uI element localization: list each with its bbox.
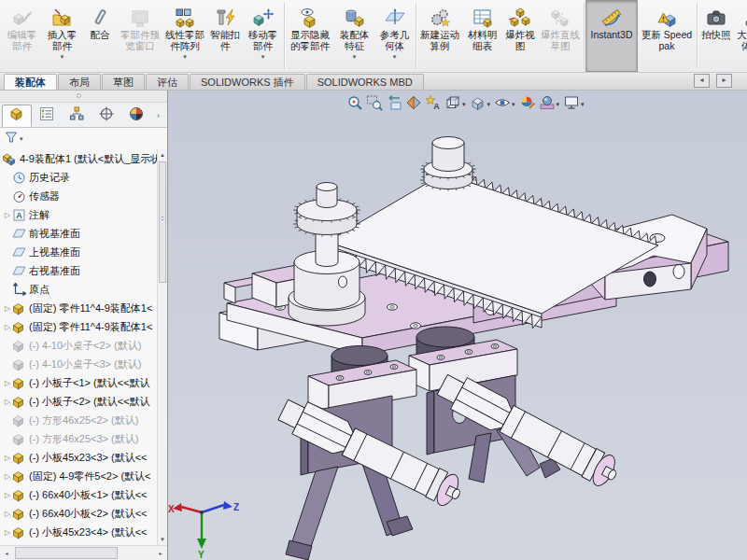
manager-tabs: ›	[0, 103, 167, 128]
panel-splitter-handle[interactable]	[0, 91, 167, 103]
tree-item[interactable]: (-) 方形46x25<3> (默认)	[0, 429, 157, 448]
tree-item[interactable]: ▷A注解	[0, 205, 157, 224]
tree-item[interactable]: (-) 4-10小桌子<2> (默认)	[0, 336, 157, 355]
manager-tab-displaymanager[interactable]	[121, 105, 151, 127]
ribbon-button-instant3d[interactable]: Instant3D	[585, 0, 638, 72]
tree-item[interactable]: ▷(-) 小板子<1> (默认<<默认	[0, 373, 157, 392]
move-component-icon	[252, 5, 275, 30]
ribbon-button-component-preview[interactable]: 零部件预览窗口	[118, 0, 162, 72]
ribbon-button-insert-component[interactable]: 插入零部件▾	[42, 0, 82, 72]
svg-text:X: X	[168, 504, 175, 514]
tree-item[interactable]: ▷(-) 小板45x23<3> (默认<<	[0, 448, 157, 467]
tree-item[interactable]: 历史记录	[0, 168, 157, 187]
ribbon-button-exploded-view[interactable]: 爆炸视图	[502, 0, 538, 72]
expand-arrow-icon[interactable]: ▷	[3, 472, 12, 481]
scroll-left-icon[interactable]: ◂	[0, 550, 13, 556]
expand-arrow-icon[interactable]: ▷	[3, 379, 12, 387]
headsup-section-view-button[interactable]	[404, 93, 423, 116]
part-icon	[12, 488, 28, 502]
vertical-scroll-thumb[interactable]	[159, 161, 166, 283]
tree-item[interactable]: 原点	[0, 280, 157, 299]
ribbon-button-show-hidden-components[interactable]: 显示隐藏的零部件	[286, 0, 334, 72]
expand-arrow-icon[interactable]: ▷	[3, 304, 12, 313]
headsup-apply-scene-button[interactable]: ▾	[538, 93, 562, 116]
scroll-down-icon[interactable]: ▼	[158, 534, 167, 545]
expand-arrow-icon[interactable]: ▷	[3, 211, 12, 219]
origin-icon	[12, 283, 28, 297]
command-tab-布局[interactable]: 布局	[58, 74, 101, 90]
tree-item[interactable]: ▷(-) 66x40小板<2> (默认<<	[0, 504, 157, 523]
expand-arrow-icon[interactable]: ▷	[3, 510, 12, 518]
expand-arrow-icon[interactable]: ▷	[3, 491, 12, 499]
tree-item[interactable]: 传感器	[0, 187, 157, 205]
tree-item[interactable]: (-) 方形46x25<2> (默认)	[0, 411, 157, 429]
headsup-view-orientation-button[interactable]: ▾	[444, 93, 468, 116]
command-tab-草图[interactable]: 草图	[102, 74, 145, 90]
tree-item[interactable]: 右视基准面	[0, 261, 157, 280]
tree-item[interactable]: 前视基准面	[0, 224, 157, 243]
tree-item[interactable]: 上视基准面	[0, 243, 157, 261]
tree-vertical-scrollbar[interactable]: ▲ ▼	[157, 149, 167, 545]
graphics-viewport[interactable]: A▾▾▾▾▾	[168, 91, 747, 560]
tree-item[interactable]: ▷(固定) 4-9零件5<2> (默认<	[0, 467, 157, 485]
headsup-edit-appearance-button[interactable]	[518, 93, 537, 116]
previous-view-icon	[386, 94, 402, 115]
tree-horizontal-scrollbar[interactable]: ◂ ▸	[0, 545, 167, 560]
ribbon-button-take-snapshot[interactable]: 拍快照	[698, 0, 734, 72]
headsup-zoom-to-fit-button[interactable]	[345, 93, 364, 116]
ribbon-scroll-left-button[interactable]: ◂	[694, 74, 710, 88]
mate-icon	[89, 5, 111, 30]
tree-item[interactable]: ▷(固定) 零件11^4-9装配体1<	[0, 317, 157, 336]
expand-arrow-icon[interactable]: ▷	[3, 398, 12, 406]
headsup-previous-view-button[interactable]	[385, 93, 403, 116]
ribbon-button-move-component[interactable]: 移动零部件▾	[243, 0, 283, 72]
manager-tab-dimxpertmanager[interactable]	[92, 105, 121, 127]
ribbon-scroll-right-button[interactable]: ▸	[716, 74, 732, 88]
tree-item-label: (固定) 零件11^4-9装配体1<	[29, 301, 152, 315]
feature-tree: 4-9装配体1 (默认<默认_显示状历史记录传感器▷A注解前视基准面上视基准面右…	[0, 149, 157, 545]
ribbon-button-smart-fasteners[interactable]: 智能扣件	[207, 0, 243, 72]
ribbon-button-label: 爆炸视图	[503, 30, 537, 52]
expand-arrow-icon[interactable]: ▷	[3, 528, 12, 537]
headsup-dynamic-annotation-views-button[interactable]: A	[424, 93, 443, 116]
ribbon-button-mate[interactable]: 配合	[82, 0, 118, 72]
command-tab-SOLIDWORKS-插件[interactable]: SOLIDWORKS 插件	[190, 74, 305, 90]
ribbon-button-explode-line-sketch[interactable]: 爆炸直线草图	[538, 0, 583, 72]
hide-show-items-icon	[494, 94, 511, 115]
command-tab-SOLIDWORKS-MBD[interactable]: SOLIDWORKS MBD	[306, 74, 424, 90]
update-speedpak-icon	[655, 5, 678, 30]
ribbon-button-new-motion-study[interactable]: 新建运动算例	[417, 0, 462, 72]
assembly-model[interactable]: X Z Y	[168, 91, 747, 560]
ribbon-button-update-speedpak[interactable]: 更新 Speedpak	[638, 0, 696, 72]
tree-item[interactable]: (-) 4-10小桌子<3> (默认)	[0, 355, 157, 373]
command-tab-评估[interactable]: 评估	[146, 74, 189, 90]
tree-filter[interactable]: ▾	[0, 128, 167, 150]
horizontal-scroll-thumb[interactable]	[15, 547, 118, 559]
ribbon-button-assembly-features[interactable]: 装配体特征▾	[334, 0, 374, 72]
command-tab-装配体[interactable]: 装配体	[4, 74, 57, 90]
manager-tabs-overflow-chevron[interactable]: ›	[151, 105, 165, 127]
headsup-hide-show-items-button[interactable]: ▾	[493, 93, 517, 116]
expand-arrow-icon[interactable]: ▷	[3, 323, 12, 331]
ribbon-group-separator	[584, 3, 585, 69]
tree-root[interactable]: 4-9装配体1 (默认<默认_显示状	[0, 149, 157, 168]
manager-tab-featuremanager[interactable]	[2, 105, 32, 127]
manager-tab-propertymanager[interactable]	[32, 105, 62, 127]
ribbon-button-linear-component-pattern[interactable]: 线性零部件阵列▾	[162, 0, 207, 72]
headsup-view-settings-button[interactable]: ▾	[562, 93, 586, 116]
ribbon-button-reference-geometry[interactable]: 参考几何体▾	[374, 0, 415, 72]
headsup-display-style-button[interactable]: ▾	[469, 93, 493, 116]
ribbon-button-bill-of-materials[interactable]: 材料明细表	[462, 0, 502, 72]
tree-item[interactable]: ▷(-) 小板子<2> (默认<<默认	[0, 392, 157, 411]
tree-item[interactable]: ▷(-) 小板45x23<4> (默认<<	[0, 523, 157, 541]
tree-item[interactable]: ▷(-) 66x40小板<1> (默认<<	[0, 485, 157, 504]
headsup-zoom-to-area-button[interactable]	[365, 93, 384, 116]
ribbon-button-edit-component[interactable]: 编辑零部件	[2, 0, 42, 72]
manager-tab-configurationmanager[interactable]	[62, 105, 92, 127]
scroll-right-icon[interactable]: ▸	[154, 550, 167, 556]
scroll-up-icon[interactable]: ▲	[158, 149, 167, 161]
tree-item[interactable]: ▷(固定) 零件11^4-9装配体1<	[0, 299, 157, 317]
part-icon	[12, 301, 28, 315]
expand-arrow-icon[interactable]: ▷	[3, 454, 12, 462]
ribbon-button-large-assembly-mode[interactable]: 大型装配体模式	[734, 0, 747, 72]
